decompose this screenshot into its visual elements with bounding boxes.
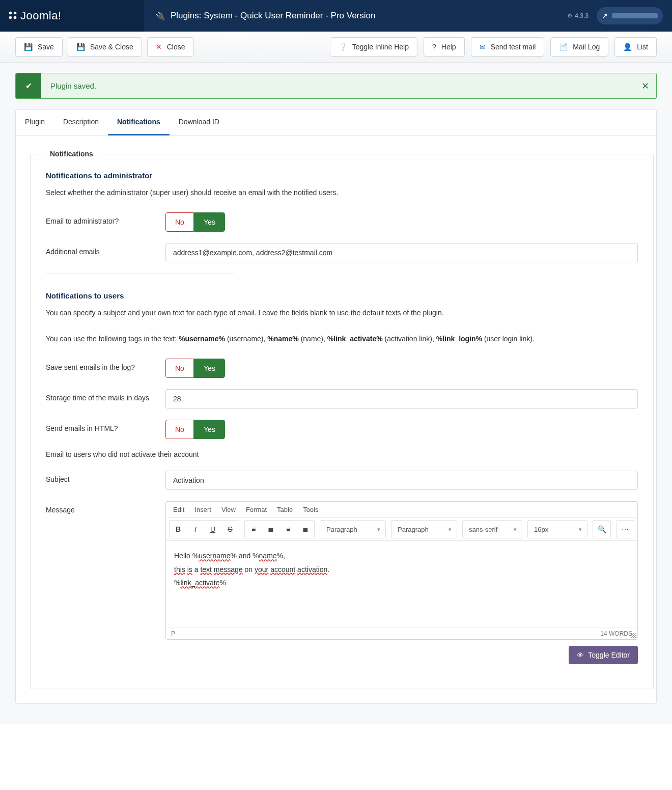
toggle-editor-button[interactable]: 👁 Toggle Editor xyxy=(569,646,638,664)
file-icon: 📄 xyxy=(559,43,568,51)
admin-section-title: Notifications to administrator xyxy=(46,171,638,180)
alert-text: Plugin saved. xyxy=(41,73,105,98)
menu-table[interactable]: Table xyxy=(277,506,293,513)
user-icon: 👤 xyxy=(623,43,632,51)
success-alert: ✔ Plugin saved. ✕ xyxy=(15,73,657,99)
page-title: 🔌 Plugins: System - Quick User Reminder … xyxy=(144,11,567,21)
list-button[interactable]: 👤List xyxy=(614,37,657,57)
align-justify-button[interactable]: ≣ xyxy=(297,521,314,538)
underline-button[interactable]: U xyxy=(204,521,221,538)
help-button[interactable]: ?Help xyxy=(424,37,465,57)
brand-area: Joomla! xyxy=(0,0,144,32)
editor-word-count: 14 WORDS xyxy=(600,630,632,637)
user-menu[interactable]: ↗ xyxy=(597,7,663,24)
external-link-icon: ↗ xyxy=(602,12,608,20)
plug-icon: 🔌 xyxy=(155,11,165,21)
search-button[interactable]: 🔍 xyxy=(593,521,610,538)
editor-body[interactable]: Hello %username% and %name%, this is a t… xyxy=(166,541,637,628)
email-admin-label: Email to administrator? xyxy=(46,212,165,225)
resize-handle[interactable] xyxy=(631,633,636,638)
html-email-toggle[interactable]: No Yes xyxy=(165,420,225,439)
editor-menubar: Edit Insert View Format Table Tools xyxy=(166,502,637,517)
storage-time-label: Storage time of the mails in days xyxy=(46,389,165,402)
tab-plugin[interactable]: Plugin xyxy=(16,110,54,135)
svg-point-2 xyxy=(9,16,12,19)
toggle-inline-help-button[interactable]: ❔Toggle Inline Help xyxy=(330,37,417,57)
divider xyxy=(46,274,234,274)
user-name-blur xyxy=(612,13,658,18)
more-button[interactable]: ⋯ xyxy=(617,521,634,538)
close-icon: ✕ xyxy=(156,43,162,51)
version-label: ⚙ 4.3.3 xyxy=(567,12,589,19)
menu-tools[interactable]: Tools xyxy=(303,506,318,513)
user-section-desc1: You can specify a subject and your own t… xyxy=(46,307,638,318)
brand-logo: Joomla! xyxy=(7,9,62,22)
email-admin-no[interactable]: No xyxy=(165,212,194,232)
joomla-icon xyxy=(7,10,18,21)
save-log-toggle[interactable]: No Yes xyxy=(165,359,225,378)
additional-emails-label: Additional emails xyxy=(46,243,165,256)
question-icon: ? xyxy=(432,43,436,51)
align-center-button[interactable]: ≣ xyxy=(262,521,279,538)
bold-button[interactable]: B xyxy=(170,521,187,538)
editor: Edit Insert View Format Table Tools B xyxy=(165,501,638,640)
svg-point-3 xyxy=(14,16,17,19)
fieldset-legend: Notifications xyxy=(46,150,97,158)
editor-statusbar: P 14 WORDS xyxy=(166,628,637,639)
save-log-label: Save sent emails in the log? xyxy=(46,359,165,371)
size-select[interactable]: 16px xyxy=(527,520,587,538)
editor-path: P xyxy=(171,630,175,637)
activate-note: Email to users who did not activate thei… xyxy=(46,450,638,458)
save-button[interactable]: 💾Save xyxy=(15,37,63,57)
save-close-button[interactable]: 💾Save & Close xyxy=(68,37,142,57)
question-circle-icon: ❔ xyxy=(339,43,347,51)
editor-toolbar: B I U S ≡ ≣ ≡ ≣ xyxy=(166,517,637,541)
alert-close-button[interactable]: ✕ xyxy=(641,80,649,92)
subject-label: Subject xyxy=(46,471,165,483)
tab-bar: Plugin Description Notifications Downloa… xyxy=(16,110,656,135)
menu-format[interactable]: Format xyxy=(246,506,267,513)
send-test-mail-button[interactable]: ✉Send test mail xyxy=(471,37,545,57)
additional-emails-input[interactable] xyxy=(165,243,638,262)
envelope-icon: ✉ xyxy=(480,43,486,51)
tab-description[interactable]: Description xyxy=(54,110,108,135)
menu-view[interactable]: View xyxy=(221,506,236,513)
subject-input[interactable] xyxy=(165,471,638,490)
mail-log-button[interactable]: 📄Mail Log xyxy=(550,37,608,57)
message-label: Message xyxy=(46,501,165,514)
html-email-label: Send emails in HTML? xyxy=(46,420,165,432)
eye-icon: 👁 xyxy=(577,651,584,659)
check-circle-icon: ✔ xyxy=(16,73,41,98)
format-select-1[interactable]: Paragraph xyxy=(320,520,386,538)
storage-time-input[interactable] xyxy=(165,389,638,408)
strike-button[interactable]: S xyxy=(221,521,239,538)
admin-section-desc: Select whether the administrator (super … xyxy=(46,187,638,198)
svg-point-0 xyxy=(9,12,12,15)
menu-insert[interactable]: Insert xyxy=(194,506,211,513)
html-email-no[interactable]: No xyxy=(165,420,194,439)
user-section-desc2: You can use the following tags in the te… xyxy=(46,333,638,344)
save-icon: 💾 xyxy=(76,43,85,51)
save-icon: 💾 xyxy=(24,43,33,51)
tab-download-id[interactable]: Download ID xyxy=(170,110,229,135)
italic-button[interactable]: I xyxy=(187,521,204,538)
email-admin-yes[interactable]: Yes xyxy=(194,212,225,232)
html-email-yes[interactable]: Yes xyxy=(194,420,225,439)
align-right-button[interactable]: ≡ xyxy=(279,521,297,538)
format-select-2[interactable]: Paragraph xyxy=(391,520,457,538)
font-select[interactable]: sans-serif xyxy=(462,520,522,538)
tab-notifications[interactable]: Notifications xyxy=(108,110,170,135)
save-log-yes[interactable]: Yes xyxy=(194,359,225,378)
user-section-title: Notifications to users xyxy=(46,291,638,300)
save-log-no[interactable]: No xyxy=(165,359,194,378)
close-button[interactable]: ✕Close xyxy=(147,37,194,57)
align-left-button[interactable]: ≡ xyxy=(245,521,262,538)
email-admin-toggle[interactable]: No Yes xyxy=(165,212,225,232)
joomla-small-icon: ⚙ xyxy=(567,12,573,19)
svg-point-1 xyxy=(14,12,17,15)
menu-edit[interactable]: Edit xyxy=(173,506,184,513)
